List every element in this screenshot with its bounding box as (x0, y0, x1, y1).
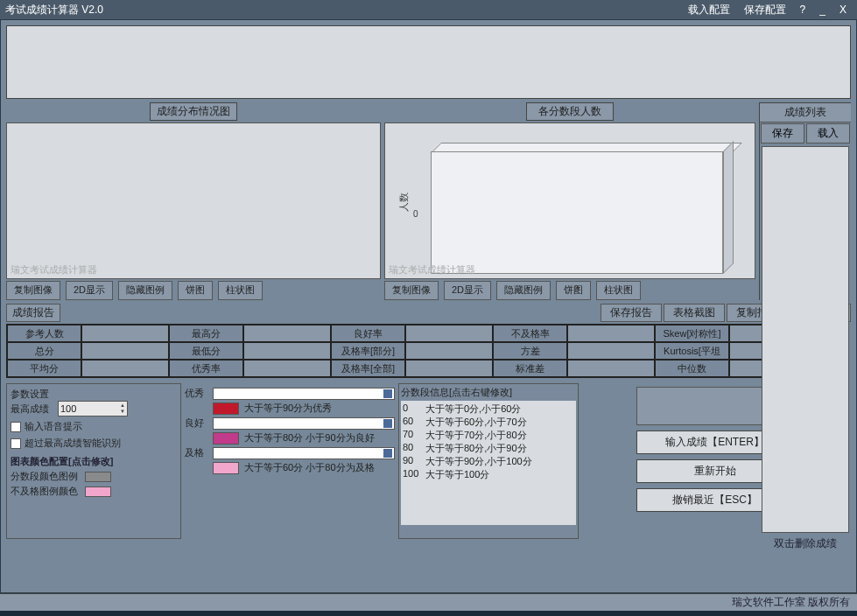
report-label: Skew[对称性] (655, 325, 729, 342)
segment-key: 100 (403, 468, 425, 481)
report-label: Kurtosis[平坦性] (655, 342, 729, 360)
copyright: 瑞文软件工作室 版权所有 (732, 595, 850, 610)
segment-key: 0 (403, 402, 425, 416)
report-label: 及格率[全部] (331, 360, 405, 377)
report-button-1[interactable]: 表格截图 (664, 304, 725, 322)
main-area: 成绩分布情况图 瑞文考试成绩计算器 复制图像2D显示隐藏图例饼图柱状图 各分数段… (0, 19, 857, 593)
fail-color-swatch[interactable] (85, 486, 111, 497)
chart2-area: 人数 0 0 瑞文考试成绩计算器 (384, 122, 755, 279)
segment-desc: 大于等于80分,小于90分 (425, 442, 527, 455)
report-grid: 参考人数最高分良好率不及格率Skew[对称性]总分最低分及格率[部分]方差Kur… (6, 324, 818, 378)
report-label: 中位数 (655, 360, 729, 377)
chart-toolbar-4[interactable]: 柱状图 (218, 281, 263, 300)
segment-desc: 大于等于90分,小于100分 (425, 455, 532, 468)
close-button[interactable]: X (834, 4, 852, 16)
report-label: 方差 (493, 342, 567, 360)
chart1-title: 成绩分布情况图 (150, 102, 237, 121)
voice-checkbox[interactable]: 输入语音提示 (11, 420, 177, 433)
report-value (405, 342, 493, 360)
chart2-ytick: 0 (413, 209, 418, 219)
fail-color-label: 不及格图例颜色 (11, 485, 78, 498)
chart2-xtick: 0 (574, 284, 580, 294)
chart-toolbar-1[interactable]: 2D显示 (444, 281, 491, 300)
segments-panel: 分数段信息[点击右键修改] 0大于等于0分,小于60分60大于等于60分,小于7… (398, 383, 579, 539)
slider-swatch-pass[interactable] (213, 462, 239, 474)
max-score-stepper[interactable]: 100 ▲▼ (58, 401, 128, 416)
report-value (243, 325, 331, 342)
params-label: 参数设置 (11, 388, 177, 401)
sliders-panel: 优秀大于等于90分为优秀良好大于等于80分 小于90分为良好及格大于等于60分 … (181, 383, 398, 539)
score-list-panel: 成绩列表 保存 载入 双击删除成绩 (759, 102, 851, 300)
segments-list[interactable]: 0大于等于0分,小于60分60大于等于60分,小于70分70大于等于70分,小于… (401, 401, 576, 525)
help-button[interactable]: ? (795, 4, 811, 16)
slider-desc-pass: 大于等于60分 小于80分为及格 (244, 461, 375, 474)
report-label: 不及格率 (493, 325, 567, 342)
segments-header: 分数段信息[点击右键修改] (401, 386, 576, 399)
score-list-save-button[interactable]: 保存 (761, 123, 804, 144)
status-bar: 瑞文软件工作室 版权所有 (0, 593, 857, 611)
chart1-watermark: 瑞文考试成绩计算器 (11, 263, 97, 276)
report-label: 总分 (7, 342, 81, 360)
report-value (567, 342, 655, 360)
slider-desc-excellent: 大于等于90分为优秀 (244, 402, 332, 415)
save-config-button[interactable]: 保存配置 (739, 3, 791, 18)
chart-toolbar-2[interactable]: 隐藏图例 (496, 281, 551, 300)
report-value (405, 325, 493, 342)
report-value (567, 325, 655, 342)
segment-key: 60 (403, 416, 425, 429)
chart2-toolbar: 复制图像2D显示隐藏图例饼图柱状图 (384, 281, 755, 300)
chart-toolbar-2[interactable]: 隐藏图例 (118, 281, 172, 300)
segment-desc: 大于等于100分 (425, 468, 489, 481)
segment-desc: 大于等于70分,小于80分 (425, 429, 527, 442)
stepper-buttons-icon[interactable]: ▲▼ (120, 402, 125, 415)
seg-color-swatch[interactable] (85, 472, 111, 482)
chart-toolbar-4[interactable]: 柱状图 (596, 281, 641, 300)
chart2-watermark: 瑞文考试成绩计算器 (389, 263, 475, 276)
score-list-load-button[interactable]: 载入 (806, 123, 850, 144)
slider-pass[interactable] (213, 447, 395, 459)
report-value (243, 342, 331, 360)
chart-toolbar-0[interactable]: 复制图像 (384, 281, 439, 300)
segment-key: 70 (403, 429, 425, 442)
report-button-0[interactable]: 保存报告 (601, 304, 662, 322)
chart2-ylabel: 人数 (397, 192, 411, 212)
report-label: 平均分 (7, 360, 81, 377)
report-value (81, 325, 169, 342)
color-config-header: 图表颜色配置[点击修改] (11, 455, 177, 468)
slider-excellent[interactable] (213, 388, 395, 400)
report-label: 良好率 (331, 325, 405, 342)
max-score-value: 100 (60, 403, 76, 414)
chart1-toolbar: 复制图像2D显示隐藏图例饼图柱状图 (6, 281, 381, 300)
report-value (567, 360, 655, 377)
chart-toolbar-0[interactable]: 复制图像 (6, 281, 60, 300)
slider-swatch-excellent[interactable] (213, 402, 239, 415)
score-list[interactable] (762, 146, 849, 533)
slider-desc-good: 大于等于80分 小于90分为良好 (244, 431, 375, 444)
max-score-label: 最高成绩 (11, 402, 58, 416)
chart-toolbar-3[interactable]: 饼图 (178, 281, 213, 300)
app-title: 考试成绩计算器 V2.0 (5, 3, 103, 18)
report-section-label: 成绩报告 (6, 304, 60, 322)
params-panel: 参数设置 最高成绩 100 ▲▼ 输入语音提示 超过最高成绩智能识别 图表颜色配… (6, 383, 181, 539)
report-label: 最高分 (169, 325, 243, 342)
minimize-button[interactable]: _ (814, 4, 831, 16)
chart-toolbar-1[interactable]: 2D显示 (66, 281, 113, 300)
segment-desc: 大于等于60分,小于70分 (425, 416, 527, 429)
title-bar: 考试成绩计算器 V2.0 载入配置 保存配置 ? _ X (0, 0, 857, 19)
slider-good[interactable] (213, 417, 395, 430)
smart-checkbox[interactable]: 超过最高成绩智能识别 (11, 437, 177, 450)
report-label: 最低分 (169, 342, 243, 360)
report-value (243, 360, 331, 377)
chart1-area: 瑞文考试成绩计算器 (6, 122, 381, 279)
load-config-button[interactable]: 载入配置 (683, 3, 735, 18)
score-list-footer: 双击删除成绩 (760, 535, 851, 553)
slider-label-pass: 及格 (185, 446, 213, 459)
seg-color-label: 分数段颜色图例 (11, 470, 78, 483)
slider-swatch-good[interactable] (213, 432, 239, 444)
report-label: 优秀率 (169, 360, 243, 377)
report-label: 及格率[部分] (331, 342, 405, 360)
segment-desc: 大于等于0分,小于60分 (425, 402, 521, 416)
segment-key: 80 (403, 442, 425, 455)
score-list-header: 成绩列表 (760, 103, 851, 122)
report-label: 标准差 (493, 360, 567, 377)
